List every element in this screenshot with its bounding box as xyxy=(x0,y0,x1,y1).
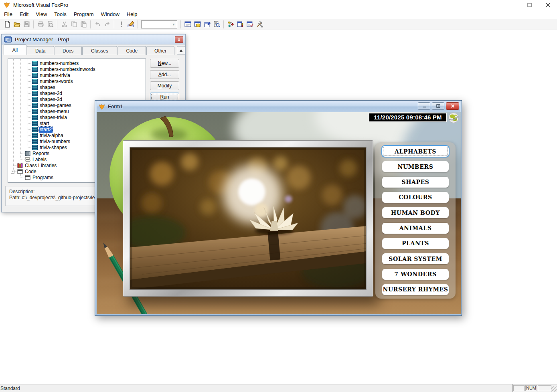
form1-minimize-icon xyxy=(422,104,426,108)
menu-button-solar-system[interactable]: SOLAR SYSTEM xyxy=(382,253,449,264)
paste-icon[interactable] xyxy=(79,20,88,29)
menu-button-shapes[interactable]: SHAPES xyxy=(382,177,449,188)
menu-edit[interactable]: Edit xyxy=(16,10,32,18)
properties-window-icon[interactable] xyxy=(202,20,212,29)
close-icon xyxy=(546,3,550,7)
form1-minimize-button[interactable] xyxy=(418,102,430,110)
menu-button-colours[interactable]: COLOURS xyxy=(382,192,449,203)
form1-close-button[interactable] xyxy=(446,102,459,110)
menu-button-human-body[interactable]: HUMAN BODY xyxy=(382,207,449,218)
run-icon[interactable] xyxy=(116,20,126,29)
tree-item-label: numbers-trivia xyxy=(39,73,71,79)
picture-frame xyxy=(123,140,373,297)
maximize-button[interactable] xyxy=(520,0,539,10)
tree-connector xyxy=(13,172,17,172)
tree-item-label: Labels xyxy=(32,157,47,163)
add-button[interactable]: Add... xyxy=(150,70,179,79)
table-icon xyxy=(32,61,38,66)
menu-button-nursery-rhymes[interactable]: NURSERY RHYMES xyxy=(382,284,449,295)
tree-item-numbers-words[interactable]: numbers-words xyxy=(8,79,146,85)
toolbar-separator xyxy=(223,20,224,28)
resize-grip[interactable] xyxy=(551,386,557,392)
tab-classes[interactable]: Classes xyxy=(82,46,117,55)
tree-item-numbers-numbers[interactable]: numbers-numbers xyxy=(8,61,146,67)
menu-button-plants[interactable]: PLANTS xyxy=(382,238,449,249)
menu-button-alphabets[interactable]: ALPHABETS xyxy=(382,146,449,157)
maximize-icon xyxy=(527,3,532,7)
menu-file[interactable]: File xyxy=(0,10,16,18)
tree-connector xyxy=(20,178,25,178)
table-icon xyxy=(32,73,38,78)
menu-bar: FileEditViewToolsProgramWindowHelp xyxy=(0,10,557,19)
tab-docs[interactable]: Docs xyxy=(55,46,82,55)
tree-item-shapes[interactable]: shapes xyxy=(8,85,146,91)
tree-item-numbers-trivia[interactable]: numbers-trivia xyxy=(8,73,146,79)
table-icon xyxy=(32,103,38,108)
tree-item-label: numbers-words xyxy=(39,79,74,85)
project-manager-close-button[interactable]: x xyxy=(175,36,183,43)
status-num-indicator: NUM xyxy=(525,385,537,391)
tab-scroll-up-button[interactable] xyxy=(177,46,185,55)
object-browser-icon[interactable] xyxy=(245,20,255,29)
tree-connector xyxy=(13,166,17,166)
print-preview-icon[interactable] xyxy=(45,20,55,29)
menu-button-7-wonders[interactable]: 7 WONDERS xyxy=(382,269,449,280)
up-arrow-icon xyxy=(179,49,183,52)
table-icon xyxy=(32,145,38,150)
table-icon xyxy=(32,133,38,138)
document-view-icon[interactable] xyxy=(212,20,221,29)
data-session-icon[interactable] xyxy=(192,20,202,29)
command-window-icon[interactable] xyxy=(183,20,192,29)
toolbar-separator xyxy=(57,20,57,28)
toolbar-combobox[interactable]: ▾ xyxy=(141,20,177,28)
tab-code[interactable]: Code xyxy=(117,46,146,55)
tree-connector xyxy=(28,81,32,82)
save-icon[interactable] xyxy=(22,20,31,29)
status-empty-cell xyxy=(513,385,525,391)
menu-button-numbers[interactable]: NUMBERS xyxy=(382,161,449,172)
print-icon[interactable] xyxy=(36,20,45,29)
menu-tools[interactable]: Tools xyxy=(51,10,70,18)
tree-connector xyxy=(20,160,25,160)
tree-item-label: shapes-3d xyxy=(39,97,63,103)
class-libraries-icon xyxy=(17,163,23,168)
open-file-icon[interactable] xyxy=(12,20,22,29)
menu-view[interactable]: View xyxy=(32,10,51,18)
main-menu-panel: ALPHABETSNUMBERSSHAPESCOLOURSHUMAN BODYA… xyxy=(375,142,456,299)
datetime-display: 11/20/2025 09:08:46 PM xyxy=(369,113,447,122)
tree-connector xyxy=(28,63,32,64)
tab-data[interactable]: Data xyxy=(27,46,54,55)
form1-titlebar[interactable]: Form1 xyxy=(97,101,460,112)
tab-all[interactable]: All xyxy=(4,44,26,55)
copy-icon[interactable] xyxy=(69,20,79,29)
new-file-icon[interactable] xyxy=(2,20,12,29)
table-icon xyxy=(32,127,38,132)
cut-icon[interactable] xyxy=(59,20,69,29)
menu-program[interactable]: Program xyxy=(70,10,97,18)
tree-item-label: shapes-2d xyxy=(39,91,63,97)
status-separator xyxy=(512,384,512,392)
menu-help[interactable]: Help xyxy=(123,10,141,18)
menu-button-animals[interactable]: ANIMALS xyxy=(382,223,449,234)
tree-item-label: Code xyxy=(24,169,37,175)
toolbox-icon[interactable] xyxy=(255,20,264,29)
chevron-down-icon[interactable]: ▾ xyxy=(170,21,177,28)
close-button[interactable] xyxy=(539,0,557,10)
modify-button[interactable]: Modify xyxy=(150,81,179,90)
undo-icon[interactable] xyxy=(93,20,102,29)
app-titlebar[interactable]: Microsoft Visual FoxPro xyxy=(0,0,557,10)
form1-maximize-button[interactable] xyxy=(432,102,444,110)
tree-item-numbers-numbersinwords[interactable]: numbers-numbersinwords xyxy=(8,67,146,73)
project-manager-titlebar[interactable]: Project Manager - Proj1 x xyxy=(2,34,185,44)
tab-other[interactable]: Other xyxy=(146,46,174,55)
form-designer-icon[interactable] xyxy=(126,20,136,29)
table-icon xyxy=(32,85,38,90)
redo-icon[interactable] xyxy=(102,20,112,29)
component-gallery-icon[interactable] xyxy=(226,20,235,29)
new-button[interactable]: New... xyxy=(150,59,179,68)
menu-window[interactable]: Window xyxy=(97,10,123,18)
tree-item-shapes-2d[interactable]: shapes-2d xyxy=(8,91,146,97)
minimize-button[interactable] xyxy=(502,0,520,10)
class-browser-icon[interactable] xyxy=(235,20,245,29)
table-icon xyxy=(32,115,38,120)
